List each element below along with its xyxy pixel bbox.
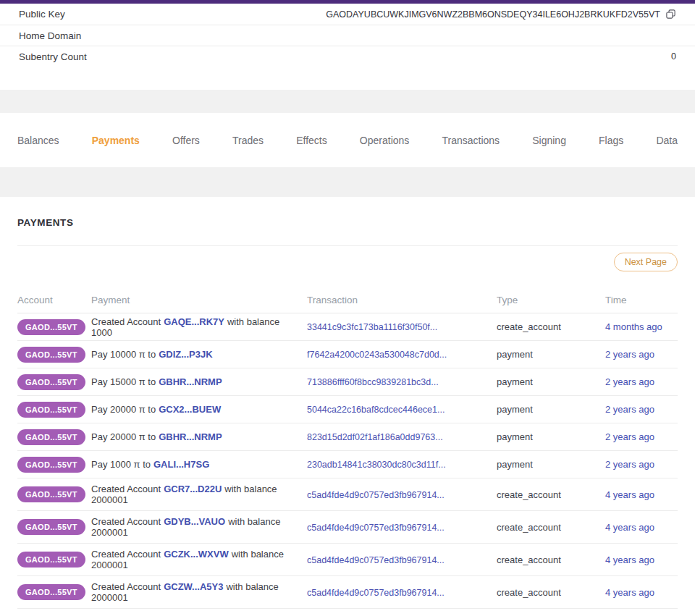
transaction-link[interactable]: c5ad4fde4d9c0757ed3fb967914... xyxy=(307,588,445,598)
payment-account-link[interactable]: GBHR...NRMP xyxy=(159,431,222,442)
time-link[interactable]: 2 years ago xyxy=(605,349,654,360)
type-label: payment xyxy=(497,349,605,360)
time-link[interactable]: 2 years ago xyxy=(605,459,654,470)
tab-data[interactable]: Data xyxy=(656,135,678,146)
table-header: Account Payment Transaction Type Time xyxy=(17,295,678,313)
type-label: payment xyxy=(497,404,605,415)
payment-account-link[interactable]: GALI...H7SG xyxy=(153,459,209,470)
time-link[interactable]: 2 years ago xyxy=(605,404,654,415)
divider-band xyxy=(0,167,695,197)
payment-cell: Created AccountGCR7...D22Uwith balance 2… xyxy=(91,484,307,505)
table-row: GAOD...55VT Created AccountGCZW...A5Y3wi… xyxy=(17,576,678,609)
account-badge[interactable]: GAOD...55VT xyxy=(17,486,85,502)
header-type: Type xyxy=(497,295,605,305)
table-row: GAOD...55VT Pay 15000 π toGBHR...NRMP 71… xyxy=(17,368,678,396)
table-row: GAOD...55VT Created AccountGCZK...WXVWwi… xyxy=(17,544,678,576)
subentry-count-value: 0 xyxy=(671,51,676,62)
transaction-link[interactable]: c5ad4fde4d9c0757ed3fb967914... xyxy=(307,523,445,533)
payment-account-link[interactable]: GCX2...BUEW xyxy=(159,404,221,415)
payment-text: Pay 15000 π to xyxy=(91,376,156,387)
tab-operations[interactable]: Operations xyxy=(360,135,409,146)
account-badge[interactable]: GAOD...55VT xyxy=(17,519,85,535)
payment-cell: Pay 1000 π toGALI...H7SG xyxy=(91,459,307,470)
table-row: GAOD...55VT Pay 20000 π toGBHR...NRMP 82… xyxy=(17,423,678,451)
type-label: payment xyxy=(497,459,605,470)
type-label: create_account xyxy=(497,587,605,598)
payment-account-link[interactable]: GDIZ...P3JK xyxy=(159,349,212,360)
account-badge[interactable]: GAOD...55VT xyxy=(17,429,85,445)
account-badge[interactable]: GAOD...55VT xyxy=(17,319,85,335)
section-title: PAYMENTS xyxy=(17,217,678,228)
divider-band xyxy=(0,90,695,113)
payment-account-link[interactable]: GBHR...NRMP xyxy=(159,376,222,387)
type-label: payment xyxy=(497,376,605,387)
payment-cell: Pay 15000 π toGBHR...NRMP xyxy=(91,376,307,387)
payment-text: Pay 20000 π to xyxy=(91,431,156,442)
summary-row-home-domain: Home Domain xyxy=(0,25,695,46)
divider xyxy=(17,245,678,246)
payment-text: Created Account xyxy=(91,316,161,327)
payment-cell: Pay 10000 π toGDIZ...P3JK xyxy=(91,349,307,360)
tab-signing[interactable]: Signing xyxy=(532,135,566,146)
payment-text: Pay 20000 π to xyxy=(91,404,156,415)
payment-account-link[interactable]: GDYB...VAUO xyxy=(164,516,225,527)
tab-payments[interactable]: Payments xyxy=(92,135,140,146)
payment-text: Created Account xyxy=(91,581,161,592)
time-link[interactable]: 4 years ago xyxy=(605,522,654,533)
payment-cell: Created AccountGCZW...A5Y3with balance 2… xyxy=(91,581,307,603)
payment-cell: Pay 20000 π toGBHR...NRMP xyxy=(91,431,307,442)
type-label: create_account xyxy=(497,522,605,533)
copy-icon[interactable] xyxy=(665,8,676,20)
payment-text: Pay 1000 π to xyxy=(91,459,151,470)
transaction-link[interactable]: f7642a4200c0243a530048c7d0d... xyxy=(307,350,447,360)
account-badge[interactable]: GAOD...55VT xyxy=(17,552,85,568)
table-row: GAOD...55VT Pay 10000 π toGDIZ...P3JK f7… xyxy=(17,341,678,368)
time-link[interactable]: 4 months ago xyxy=(605,321,662,332)
table-row: GAOD...55VT Created AccountGDYB...VAUOwi… xyxy=(17,511,678,544)
payment-cell: Created AccountGAQE...RK7Ywith balance 1… xyxy=(91,316,307,338)
next-page-button[interactable]: Next Page xyxy=(614,253,678,271)
header-transaction: Transaction xyxy=(307,295,497,305)
table-row: GAOD...55VT Pay 1000 π toGALI...H7SG 230… xyxy=(17,451,678,478)
tab-flags[interactable]: Flags xyxy=(599,135,623,146)
type-label: create_account xyxy=(497,489,605,500)
transaction-link[interactable]: 823d15d2df02f1af186a0dd9763... xyxy=(307,432,443,442)
header-time: Time xyxy=(605,295,678,305)
public-key-label: Public Key xyxy=(19,9,65,20)
transaction-link[interactable]: 713886fff60f8bcc9839281bc3d... xyxy=(307,377,439,387)
tab-trades[interactable]: Trades xyxy=(232,135,264,146)
time-link[interactable]: 4 years ago xyxy=(605,554,654,565)
summary-row-public-key: Public Key GAODAYUBCUWKJIMGV6NWZ2BBM6ONS… xyxy=(0,4,695,25)
transaction-link[interactable]: c5ad4fde4d9c0757ed3fb967914... xyxy=(307,555,445,565)
account-badge[interactable]: GAOD...55VT xyxy=(17,374,85,390)
home-domain-label: Home Domain xyxy=(19,30,81,41)
account-badge[interactable]: GAOD...55VT xyxy=(17,584,85,600)
tab-balances[interactable]: Balances xyxy=(17,135,59,146)
transaction-link[interactable]: 5044ca22c16baf8cdcec446ece1... xyxy=(307,405,445,415)
account-badge[interactable]: GAOD...55VT xyxy=(17,402,85,418)
table-row: GAOD...55VT Created AccountGAQE...RK7Ywi… xyxy=(17,313,678,341)
transaction-link[interactable]: 33441c9c3fc173ba1116f30f50f... xyxy=(307,322,437,332)
time-link[interactable]: 4 years ago xyxy=(605,489,654,500)
header-payment: Payment xyxy=(91,295,307,305)
table-row: GAOD...55VT Created AccountGCR7...D22Uwi… xyxy=(17,478,678,511)
account-badge[interactable]: GAOD...55VT xyxy=(17,347,85,363)
payment-cell: Pay 20000 π toGCX2...BUEW xyxy=(91,404,307,415)
payment-account-link[interactable]: GCZK...WXVW xyxy=(164,549,229,560)
type-label: payment xyxy=(497,431,605,442)
tab-offers[interactable]: Offers xyxy=(172,135,200,146)
transaction-link[interactable]: 230adb14841c38030dc80c3d11f... xyxy=(307,460,446,470)
payment-account-link[interactable]: GCR7...D22U xyxy=(164,484,222,494)
public-key-value: GAODAYUBCUWKJIMGV6NWZ2BBM6ONSDEQY34ILE6O… xyxy=(326,9,660,20)
time-link[interactable]: 2 years ago xyxy=(605,376,654,387)
tab-effects[interactable]: Effects xyxy=(296,135,327,146)
summary-row-subentry-count: Subentry Count 0 xyxy=(0,46,695,67)
payment-account-link[interactable]: GCZW...A5Y3 xyxy=(164,581,223,592)
transaction-link[interactable]: c5ad4fde4d9c0757ed3fb967914... xyxy=(307,490,445,500)
time-link[interactable]: 4 years ago xyxy=(605,587,654,598)
payment-text: Pay 10000 π to xyxy=(91,349,156,360)
account-badge[interactable]: GAOD...55VT xyxy=(17,457,85,473)
tab-transactions[interactable]: Transactions xyxy=(442,135,500,146)
time-link[interactable]: 2 years ago xyxy=(605,431,654,442)
payment-account-link[interactable]: GAQE...RK7Y xyxy=(164,316,224,327)
